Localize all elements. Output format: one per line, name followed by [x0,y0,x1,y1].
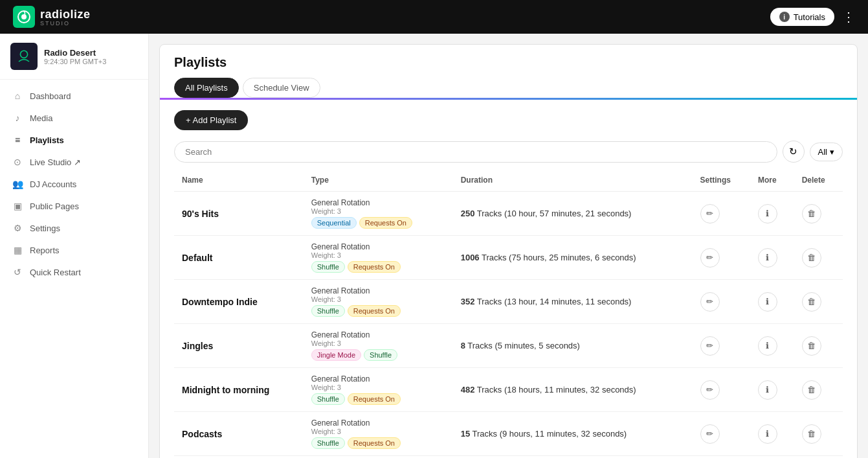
delete-button[interactable]: 🗑 [802,292,821,312]
search-input[interactable] [174,141,777,163]
type-weight: Weight: 3 [311,339,445,347]
badge: Shuffle [311,393,345,405]
type-label: General Rotation [311,418,445,428]
playlist-name: Podcasts [182,429,296,439]
logo-text: radiolize [40,8,91,21]
type-label: General Rotation [311,286,445,295]
type-label: General Rotation [311,330,445,339]
sidebar-item-dashboard[interactable]: ⌂ Dashboard [0,85,148,107]
gear-icon: ⚙ [12,223,23,233]
settings-button[interactable]: ✏ [700,204,720,223]
music-icon: ♪ [12,113,23,123]
delete-button[interactable]: 🗑 [802,424,821,444]
sidebar-item-reports[interactable]: ▦ Reports [0,239,148,261]
more-info-button[interactable]: ℹ [758,380,777,400]
more-info-button[interactable]: ℹ [758,204,777,223]
chevron-down-icon: ▾ [830,147,834,157]
logo-area: radiolize STUDIO [13,6,91,28]
badge-group: Jingle ModeShuffle [311,347,445,361]
type-weight: Weight: 3 [311,207,445,215]
sidebar-item-public-pages[interactable]: ▣ Public Pages [0,195,148,217]
refresh-button[interactable]: ↻ [783,141,805,163]
settings-button[interactable]: ✏ [700,336,720,356]
search-input-wrap [174,141,777,163]
table-row: Podcasts General Rotation Weight: 3 Shuf… [174,412,843,456]
duration-text: 8 Tracks (5 minutes, 5 seconds) [461,341,580,350]
col-header-delete: Delete [794,169,843,192]
svg-rect-2 [14,46,34,67]
duration-text: 15 Tracks (9 hours, 11 minutes, 32 secon… [461,429,627,439]
logo-sub: STUDIO [40,20,91,27]
table-row: Midnight to morning General Rotation Wei… [174,368,843,412]
page-title: Playlists [174,55,843,70]
filter-button[interactable]: All ▾ [810,143,843,161]
col-header-duration: Duration [453,169,693,192]
type-weight: Weight: 3 [311,384,445,391]
settings-button[interactable]: ✏ [700,248,720,268]
more-info-button[interactable]: ℹ [758,336,777,356]
badge: Shuffle [364,349,397,361]
table-row: Downtempo Indie General Rotation Weight:… [174,280,843,324]
col-header-name: Name [174,169,304,192]
more-info-button[interactable]: ℹ [758,248,777,268]
duration-text: 1006 Tracks (75 hours, 25 minutes, 6 sec… [461,253,636,262]
nav-right: i Tutorials ⋮ [770,8,855,26]
badge: Requests On [348,305,401,317]
playlist-name: Midnight to morning [182,385,296,395]
app-layout: Radio Desert 9:24:30 PM GMT+3 ⌂ Dashboar… [0,34,868,458]
delete-button[interactable]: 🗑 [802,380,821,400]
station-name: Radio Desert [44,48,106,58]
sidebar-item-dj-accounts[interactable]: 👥 DJ Accounts [0,173,148,195]
type-weight: Weight: 3 [311,428,445,435]
badge-group: ShuffleRequests On [311,303,445,317]
station-header: Radio Desert 9:24:30 PM GMT+3 [0,34,148,80]
tab-all-playlists[interactable]: All Playlists [174,78,239,98]
logo-icon [13,6,35,28]
sidebar-item-playlists[interactable]: ≡ Playlists [0,129,148,151]
pages-icon: ▣ [12,201,23,211]
more-info-button[interactable]: ℹ [758,424,777,444]
badge: Shuffle [311,261,345,273]
settings-button[interactable]: ✏ [700,424,720,444]
more-info-button[interactable]: ℹ [758,292,777,312]
duration-text: 482 Tracks (18 hours, 11 minutes, 32 sec… [461,385,636,395]
playlist-name: Jingles [182,341,296,351]
settings-button[interactable]: ✏ [700,380,720,400]
page-body: + Add Playlist ↻ All ▾ Name [160,100,857,458]
broadcast-icon: ⊙ [12,157,23,167]
delete-button[interactable]: 🗑 [802,204,821,223]
tutorials-button[interactable]: i Tutorials [770,8,834,26]
type-label: General Rotation [311,374,445,384]
type-weight: Weight: 3 [311,295,445,303]
house-icon: ⌂ [12,91,23,101]
info-icon: i [779,12,790,22]
sidebar-item-quick-restart[interactable]: ↺ Quick Restart [0,261,148,283]
table-row: Jingles General Rotation Weight: 3 Jingl… [174,324,843,368]
tab-schedule-view[interactable]: Schedule View [243,78,320,98]
col-header-more: More [750,169,794,192]
sidebar-item-live-studio[interactable]: ⊙ Live Studio ↗ [0,151,148,173]
playlist-name: 90's Hits [182,209,296,219]
add-playlist-button[interactable]: + Add Playlist [174,110,248,130]
badge: Requests On [348,393,401,405]
sidebar-item-media[interactable]: ♪ Media [0,107,148,129]
settings-button[interactable]: ✏ [700,292,720,312]
badge: Shuffle [311,305,345,317]
badge: Shuffle [311,437,345,449]
sidebar-item-settings[interactable]: ⚙ Settings [0,217,148,239]
top-nav: radiolize STUDIO i Tutorials ⋮ [0,0,868,34]
playlist-table: Name Type Duration Settings More Delete … [174,169,843,456]
type-label: General Rotation [311,242,445,251]
type-label: General Rotation [311,198,445,207]
delete-button[interactable]: 🗑 [802,248,821,268]
badge-group: SequentialRequests On [311,215,445,229]
table-row: 90's Hits General Rotation Weight: 3 Seq… [174,192,843,236]
col-header-settings: Settings [693,169,750,192]
badge: Requests On [348,437,401,449]
list-icon: ≡ [12,135,23,145]
users-icon: 👥 [12,179,23,189]
sidebar: Radio Desert 9:24:30 PM GMT+3 ⌂ Dashboar… [0,34,149,458]
delete-button[interactable]: 🗑 [802,336,821,356]
restart-icon: ↺ [12,267,23,277]
more-options-button[interactable]: ⋮ [842,9,855,25]
